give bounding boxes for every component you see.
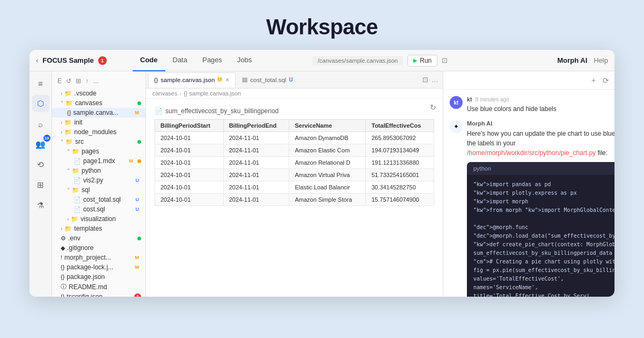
activity-users-icon[interactable]: 👥 10 <box>32 136 49 153</box>
tree-item-cost-total-sql[interactable]: 📄 cost_total.sql U <box>52 195 145 204</box>
col-billing-end: BillingPeriodEnd <box>223 120 289 132</box>
editor-breadcrumb: canvases › {} sample.canvas.json <box>146 89 443 99</box>
message-content-bot: Morph AI Here's how you can update the p… <box>467 120 614 297</box>
editor-tabs: {} sample.canvas.json M × ▤ cost_total.s… <box>146 71 443 89</box>
layout-icon[interactable]: ⊡ <box>442 56 448 64</box>
code-line: "kw">import pandas as pd <box>473 180 614 189</box>
ai-panel-add-icon[interactable]: ＋ <box>590 76 597 85</box>
explorer-refresh-icon[interactable]: ↺ <box>65 76 72 86</box>
explorer-e-icon[interactable]: E <box>56 76 63 86</box>
tab-close-sample-canvas[interactable]: × <box>225 76 230 83</box>
explorer-new-folder-icon[interactable]: ⊞ <box>75 76 82 86</box>
activity-menu-icon[interactable]: ≡ <box>32 75 49 92</box>
code-line: "cm"># Creating a pie chart using plotly… <box>473 258 614 266</box>
code-line: "dec">@morph.func <box>473 223 614 232</box>
explorer-collapse-icon[interactable]: ↑ <box>84 76 90 86</box>
code-block: python ⧉ Copy "kw">import pandas as pd"k… <box>467 162 614 297</box>
table-row: 2024-10-012024-11-01Amazon DynamoDB265.8… <box>155 132 434 144</box>
code-line: "kw">import plotly.express as px <box>473 189 614 197</box>
ai-panel-toolbar: ＋ ⟳ <box>443 71 614 90</box>
morph-ai-tab[interactable]: Morph AI <box>557 56 587 64</box>
code-line <box>473 215 614 223</box>
tree-item-canvases[interactable]: ˅ 📁 canvases <box>52 98 145 108</box>
tree-item-sample-canvas[interactable]: {} sample.canva... M <box>52 108 145 117</box>
topbar-center: /canvases/sample.canvas.json ▶ Run ⊡ <box>259 55 501 67</box>
col-billing-start: BillingPeriodStart <box>155 120 224 132</box>
activity-git-icon[interactable]: ⟲ <box>32 156 49 173</box>
code-line: fig = px.pie(sum_effectivecost_by_sku_bi… <box>473 266 614 275</box>
table-row: 2024-10-012024-11-01Amazon Relational D1… <box>155 157 434 169</box>
project-name: FOCUS Sample <box>42 56 93 64</box>
split-editor-icon[interactable]: ⊡ <box>422 76 428 84</box>
back-icon[interactable]: ‹ <box>36 56 38 64</box>
editor-more-icon[interactable]: … <box>431 76 438 84</box>
ai-messages: kt kt 8 minutes ago Use blue colors and … <box>443 90 614 297</box>
table-row: 2024-10-012024-11-01Amazon Virtual Priva… <box>155 169 434 181</box>
bot-intro-text: Here's how you can update the pie chart … <box>467 129 614 158</box>
ai-panel: ＋ ⟳ kt kt 8 minutes ago Use blue colors … <box>443 71 614 297</box>
tree-item-morph-project[interactable]: ! morph_project... M <box>52 253 145 262</box>
ide-topbar: ‹ FOCUS Sample 1 Code Data Pages Jobs /c… <box>30 50 614 71</box>
tab-data[interactable]: Data <box>165 50 195 71</box>
editor-tab-actions: ⊡ … <box>422 76 441 84</box>
tree-item-templates[interactable]: › 📁 templates <box>52 224 145 233</box>
tree-item-node-modules[interactable]: › 📁 node_modules <box>52 127 145 137</box>
code-line: sum_effectivecost_by_sku_billingperiod_d… <box>473 249 614 258</box>
tree-item-python[interactable]: ˅ 📁 python <box>52 166 145 175</box>
page-title: Workspace <box>0 15 644 39</box>
tab-jobs[interactable]: Jobs <box>230 50 259 71</box>
activity-extensions-icon[interactable]: ⊞ <box>32 177 49 194</box>
tree-item-readme[interactable]: ⓘ README.md <box>52 282 145 292</box>
tree-item-visualization[interactable]: › 📁 visualization <box>52 214 145 224</box>
topbar-right-tabs: Morph AI Help <box>557 56 608 64</box>
page-title-area: Workspace <box>0 0 644 50</box>
col-total-cost: TotalEffectiveCos <box>366 120 434 132</box>
editor-content: 📄 sum_effectivecost_by_sku_billingperiod… <box>146 99 443 297</box>
table-row: 2024-10-012024-11-01Elastic Load Balanci… <box>155 181 434 194</box>
tree-item-tsconfig[interactable]: {} tsconfig.json 1 <box>52 292 145 297</box>
tab-code[interactable]: Code <box>133 50 165 71</box>
col-service-name: ServiceName <box>289 120 366 132</box>
file-link[interactable]: /home/morph/workdir/src/python/pie_chart… <box>467 149 596 157</box>
tree-item-package-json[interactable]: {} package.json <box>52 272 145 282</box>
breadcrumb-canvases[interactable]: canvases <box>152 90 177 97</box>
tree-item-sql[interactable]: ˅ 📁 sql <box>52 185 145 195</box>
data-table: BillingPeriodStart BillingPeriodEnd Serv… <box>155 119 434 206</box>
explorer-more-icon[interactable]: … <box>92 76 100 86</box>
editor-tab-cost-total-sql[interactable]: ▤ cost_total.sql U <box>237 72 298 87</box>
run-button[interactable]: ▶ Run <box>407 55 437 67</box>
topbar-left: ‹ FOCUS Sample 1 <box>36 56 133 65</box>
user-message: kt kt 8 minutes ago Use blue colors and … <box>450 96 608 114</box>
tree-item-vscode[interactable]: › 📁 .vscode <box>52 89 145 98</box>
activity-search-icon[interactable]: ⌕ <box>32 115 49 133</box>
help-tab[interactable]: Help <box>594 56 608 64</box>
tree-item-init[interactable]: › 📁 init <box>52 117 145 127</box>
refresh-icon[interactable]: ↻ <box>430 103 436 112</box>
editor-area: {} sample.canvas.json M × ▤ cost_total.s… <box>146 71 443 297</box>
tree-item-gitignore[interactable]: ◆ .gitignore <box>52 243 145 253</box>
tree-item-env[interactable]: ⚙ .env <box>52 233 145 243</box>
message-meta: kt 8 minutes ago <box>467 96 608 102</box>
activity-explorer-icon[interactable]: ⬡ <box>32 95 49 112</box>
message-content-user: kt 8 minutes ago Use blue colors and hid… <box>467 96 608 114</box>
tree-item-pages[interactable]: ˅ 📁 pages <box>52 146 145 156</box>
user-avatar: kt <box>450 96 463 109</box>
tree-item-package-lock[interactable]: {} package-lock.j... M <box>52 262 145 272</box>
tree-item-vis2py[interactable]: 📄 vis2.py U <box>52 175 145 185</box>
tree-item-cost-sql[interactable]: 📄 cost.sql U <box>52 204 145 214</box>
table-row: 2024-10-012024-11-01Amazon Elastic Com19… <box>155 144 434 157</box>
code-line: values='TotalEffectiveCost', <box>473 275 614 283</box>
breadcrumb-file[interactable]: {} sample.canvas.json <box>184 90 241 97</box>
editor-tab-sample-canvas[interactable]: {} sample.canvas.json M × <box>148 72 236 87</box>
ai-panel-history-icon[interactable]: ⟳ <box>603 76 609 85</box>
tab-pages[interactable]: Pages <box>195 50 230 71</box>
code-line: "kw">def create_pie_chart(context: Morph… <box>473 240 614 249</box>
file-tree: › 📁 .vscode ˅ 📁 canvases {} sample.canva… <box>52 89 145 297</box>
notification-badge[interactable]: 1 <box>98 56 107 65</box>
topbar-tabs: Code Data Pages Jobs <box>133 50 259 71</box>
activity-bar: ≡ ⬡ ⌕ 👥 10 ⟲ ⊞ ⚗ <box>30 71 52 297</box>
tree-item-src[interactable]: ˅ 📁 src <box>52 137 145 146</box>
activity-lab-icon[interactable]: ⚗ <box>32 197 49 214</box>
ide-body: ≡ ⬡ ⌕ 👥 10 ⟲ ⊞ ⚗ E ↺ ⊞ ↑ … › 📁 <box>30 71 614 297</box>
tree-item-page1[interactable]: 📄 page1.mdx M <box>52 156 145 166</box>
